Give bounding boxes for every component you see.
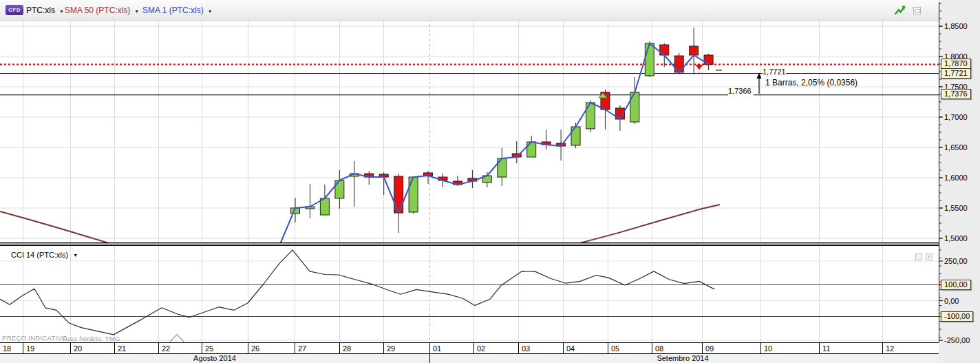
price-axis-label: 1,5500	[944, 204, 968, 212]
candle-bullish	[409, 177, 418, 212]
cci-panel-canvas[interactable]	[0, 246, 939, 342]
date-cell: 04	[563, 343, 608, 353]
date-cell: 12	[882, 343, 936, 353]
date-cell: 10	[760, 343, 819, 353]
price-tag: 1,7721	[941, 68, 971, 79]
restore-window-icon[interactable]	[913, 7, 921, 14]
date-cell: 21	[114, 343, 158, 353]
date-cell: 11	[819, 343, 882, 353]
indicator-sma1-selector[interactable]: SMA 1 (PTC:xls) ▼	[140, 3, 215, 18]
restore-panel-icon[interactable]	[915, 253, 922, 260]
sell-signal-x-icon: ✕	[696, 70, 702, 76]
chart-toolbar: CFD PTC:xls ▼ SMA 50 (PTC:xls) ▼ SMA 1 (…	[0, 0, 939, 21]
annotation-price-label: 1,7721	[763, 68, 786, 76]
annotation-level-label: 1,7366	[728, 87, 754, 96]
date-cell: 27	[295, 343, 339, 353]
month-divider	[429, 342, 430, 363]
indicative-price-note: PREÇO INDICATIVO	[2, 334, 67, 342]
sell-signal-icon	[696, 65, 703, 70]
price-tag: 1,7376	[941, 89, 971, 99]
cci-axis-label: 0,00	[944, 297, 959, 305]
cci-tag: 100,00	[941, 280, 971, 290]
candle-bullish	[645, 43, 654, 76]
candle-bearish	[660, 45, 669, 55]
date-cell: 09	[702, 343, 760, 353]
timezone-note: Fuso horário: TMG	[62, 335, 120, 342]
date-cell: 01	[429, 343, 473, 353]
cci-tag: -100,00	[941, 311, 973, 322]
cci-title-label: CCI 14 (PTC:xls)	[11, 251, 68, 259]
instrument-selector[interactable]: PTC:xls ▼	[23, 3, 67, 18]
date-cell: 02	[473, 343, 518, 353]
cci-panel-controls: ✕	[915, 253, 933, 260]
cci-indicator-selector[interactable]: CCI 14 (PTC:xls) ▼	[7, 250, 82, 260]
indicator-sma50-selector[interactable]: SMA 50 (PTC:xls) ▼	[62, 3, 142, 18]
price-axis-label: 1,8500	[944, 22, 968, 30]
cci-axis-label: 250,00	[944, 257, 968, 265]
candle-bullish	[571, 127, 580, 145]
sma1-label: SMA 1 (PTC:xls)	[142, 6, 204, 15]
date-cell: 29	[383, 343, 429, 353]
cfd-badge: CFD	[6, 5, 23, 15]
chevron-down-icon: ▼	[73, 253, 78, 258]
candle-bearish	[674, 56, 683, 72]
candle-bullish	[335, 180, 344, 198]
sma50-line	[0, 211, 112, 244]
cci-line	[0, 250, 714, 335]
cci-axis-label: -250,00	[944, 336, 970, 344]
instrument-label: PTC:xls	[26, 6, 55, 15]
date-cell: 22	[158, 343, 202, 353]
date-cell: 26	[248, 343, 295, 353]
date-cell: 08	[652, 343, 702, 353]
price-axis-label: 1,7000	[944, 113, 968, 121]
month-label: Setembro 2014	[429, 354, 936, 363]
month-label: Agosto 2014	[0, 354, 429, 363]
date-cell: 05	[608, 343, 652, 353]
price-axis-label: 1,5000	[944, 234, 968, 242]
trading-chart-window: ✕ CFD PTC:xls ▼ SMA 50 (PTC:xls) ▼ SMA 1…	[0, 0, 980, 363]
candle-bearish	[690, 46, 699, 55]
value-axis-gutter[interactable]: 1,85001,80001,75001,70001,65001,60001,55…	[939, 0, 980, 363]
candle-bearish	[394, 176, 403, 213]
date-cell: 28	[339, 343, 383, 353]
annotation-stats-label: 1 Barras, 2,05% (0,0356)	[765, 79, 858, 87]
date-cell: 20	[70, 343, 114, 353]
time-axis[interactable]: 1819202122252627282901020304050809101112	[0, 342, 939, 354]
sma50-label: SMA 50 (PTC:xls)	[65, 6, 130, 15]
month-axis: Agosto 2014Setembro 2014	[0, 354, 939, 363]
growth-arrow-icon[interactable]	[895, 5, 906, 16]
date-cell: 19	[23, 343, 70, 353]
date-cell: 03	[518, 343, 563, 353]
price-axis-label: 1,6500	[944, 143, 968, 152]
price-axis-label: 1,6000	[944, 174, 968, 182]
chevron-down-icon: ▼	[134, 9, 139, 14]
price-chart-canvas[interactable]: ✕	[0, 0, 939, 246]
date-cell: 25	[202, 343, 248, 353]
date-cell: 18	[0, 343, 23, 353]
chevron-down-icon: ▼	[208, 9, 213, 14]
close-panel-icon[interactable]: ✕	[926, 253, 933, 260]
